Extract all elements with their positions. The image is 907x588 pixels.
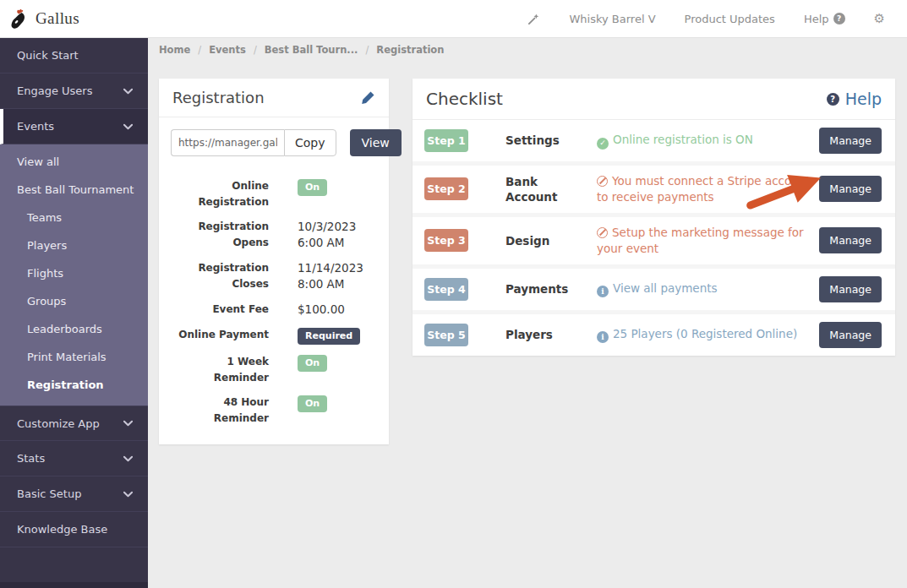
manage-players-button[interactable]: Manage [819,322,882,348]
view-registration-button[interactable]: View [350,129,402,156]
sidebar-item-knowledge-base[interactable]: Knowledge Base [0,512,148,547]
question-circle-icon: ? [827,93,839,106]
step-status: i25 Players (0 Registered Online) [597,326,811,344]
sidebar-item-label: Engage Users [17,84,92,97]
sidebar-item-customize-app[interactable]: Customize App [0,406,148,441]
sidebar-item-teams[interactable]: Teams [0,204,148,231]
sidebar-item-flights[interactable]: Flights [0,259,148,287]
detail-row-online-registration: Online Registration On [172,178,375,210]
detail-label: 1 Week Reminder [172,354,269,385]
copy-url-button[interactable]: Copy [284,129,336,156]
gear-icon[interactable]: ⚙ [874,13,885,25]
breadcrumb-registration: Registration [376,44,444,56]
breadcrumb-home[interactable]: Home [159,44,190,56]
step-status-link[interactable]: View all payments [613,281,718,295]
info-circle-icon: i [597,286,609,297]
sidebar-item-groups[interactable]: Groups [0,287,148,315]
sidebar-item-label: Events [17,120,54,133]
step-status-text: Setup the marketing message for your eve… [597,226,804,255]
checklist-step-5: Step 5 Players i25 Players (0 Registered… [413,310,895,356]
events-submenu: View all Best Ball Tournament Teams Play… [0,144,148,406]
detail-label: Registration Closes [172,260,269,292]
sidebar-item-quick-start[interactable]: Quick Start [0,38,148,74]
chevron-down-icon [123,420,133,427]
detail-label: Registration Opens [172,219,269,251]
manage-bank-account-button[interactable]: Manage [819,176,882,202]
product-updates-link[interactable]: Product Updates [685,13,775,25]
sidebar-item-label: Quick Start [17,49,79,62]
breadcrumb-events[interactable]: Events [209,44,246,56]
step-badge: Step 3 [424,229,468,252]
checklist-card-header: Checklist ? Help [413,79,895,120]
step-label: Players [505,327,587,342]
breadcrumb-tournament[interactable]: Best Ball Tourn... [265,44,358,56]
chevron-down-icon [123,123,133,130]
chevron-down-icon [123,88,133,95]
status-badge: Required [298,328,360,345]
step-status-link[interactable]: 25 Players (0 Registered Online) [613,327,797,340]
logo[interactable]: Gallus [10,8,79,30]
sidebar-item-engage-users[interactable]: Engage Users [0,74,148,109]
check-circle-icon: ✓ [597,138,609,150]
detail-row-registration-closes: Registration Closes 11/14/2023 8:00 AM [172,260,375,292]
sidebar-item-basic-setup[interactable]: Basic Setup [0,476,148,512]
detail-label: Online Payment [172,327,269,345]
step-badge: Step 4 [424,278,468,301]
manage-design-button[interactable]: Manage [819,227,882,253]
topnav: Whisky Barrel V Product Updates Help ? ⚙ [527,13,885,25]
detail-row-1-week-reminder: 1 Week Reminder On [172,354,375,385]
rooster-logo-icon [10,8,29,30]
logo-text: Gallus [36,9,79,28]
chevron-down-icon [123,491,133,498]
sidebar-item-stats[interactable]: Stats [0,441,148,476]
sidebar-item-view-all[interactable]: View all [0,148,148,176]
detail-value: 10/3/2023 6:00 AM [298,219,375,251]
detail-row-event-fee: Event Fee $100.00 [172,302,375,318]
registration-url-input[interactable] [171,129,284,156]
sidebar-item-players[interactable]: Players [0,231,148,259]
status-badge: On [298,179,327,196]
checklist-help-link[interactable]: ? Help [827,90,882,108]
manage-settings-button[interactable]: Manage [819,128,882,154]
sidebar-item-label: Knowledge Base [17,523,107,536]
detail-row-registration-opens: Registration Opens 10/3/2023 6:00 AM [172,219,375,251]
sidebar-item-print-materials[interactable]: Print Materials [0,343,148,371]
checklist-help-label: Help [845,90,882,108]
step-status: You must connect a Stripe account to rec… [597,173,811,205]
detail-row-online-payment: Online Payment Required [172,327,375,345]
edit-pencil-icon[interactable] [360,90,375,106]
slash-circle-icon [597,176,608,187]
question-circle-icon: ? [833,13,845,24]
registration-details: Online Registration On Registration Open… [159,163,389,444]
event-switcher[interactable]: Whisky Barrel V [569,13,655,25]
detail-label: 48 Hour Reminder [172,395,269,426]
sidebar: Quick Start Engage Users Events View all… [0,38,148,588]
step-status-text: You must connect a Stripe account to rec… [597,174,811,204]
help-link[interactable]: Help ? [804,13,845,25]
checklist-title: Checklist [426,89,503,109]
step-badge: Step 5 [424,324,468,346]
step-label: Settings [505,133,587,148]
sidebar-item-label: Customize App [17,417,100,430]
breadcrumb-separator: / [254,44,257,56]
breadcrumb: Home / Events / Best Ball Tourn... / Reg… [159,44,444,56]
sidebar-item-best-ball-tournament[interactable]: Best Ball Tournament [0,176,148,204]
checklist-step-4: Step 4 Payments iView all payments Manag… [413,264,895,310]
registration-url-row: Copy View [159,117,389,163]
sidebar-item-leaderboards[interactable]: Leaderboards [0,315,148,343]
sidebar-item-label: Stats [17,452,45,465]
info-circle-icon: i [597,331,609,343]
checklist-step-2: Step 2 Bank Account You must connect a S… [413,161,895,213]
detail-label: Online Registration [172,178,269,210]
step-label: Bank Account [505,174,587,204]
manage-payments-button[interactable]: Manage [819,276,882,302]
sidebar-item-events[interactable]: Events [0,109,148,144]
help-label: Help [804,13,829,25]
checklist-card: Checklist ? Help Step 1 Settings ✓Online… [413,79,895,356]
step-badge: Step 1 [424,129,468,152]
detail-label: Event Fee [172,302,269,318]
magic-wand-icon[interactable] [527,13,540,25]
step-status: ✓Online registration is ON [597,132,811,150]
slash-circle-icon [597,227,608,238]
sidebar-item-registration[interactable]: Registration [0,371,148,399]
